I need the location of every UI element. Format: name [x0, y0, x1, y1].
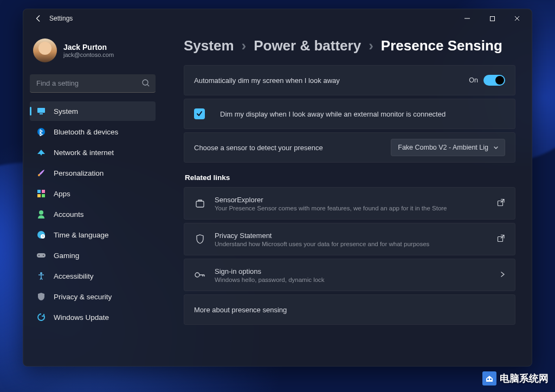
sidebar-item-personalization[interactable]: Personalization [30, 163, 156, 183]
setting-sensor: Choose a sensor to detect your presence … [184, 132, 515, 163]
setting-dim-external[interactable]: Dim my display when I look away while an… [184, 99, 515, 129]
svg-point-18 [40, 272, 42, 274]
titlebar: Settings [23, 9, 532, 28]
autodim-toggle[interactable] [483, 75, 505, 86]
svg-rect-24 [490, 378, 492, 380]
sensor-selected-value: Fake Combo V2 - Ambient Lig [398, 144, 488, 151]
sidebar-item-label: Privacy & security [54, 293, 112, 301]
svg-rect-9 [42, 190, 45, 193]
sidebar-item-gaming[interactable]: Gaming [30, 246, 156, 265]
sidebar-item-label: Windows Update [54, 313, 109, 322]
sidebar-item-privacy[interactable]: Privacy & security [30, 287, 156, 306]
breadcrumb-power[interactable]: Power & battery [254, 37, 361, 54]
wifi-icon [36, 147, 46, 157]
shield-outline-icon [194, 234, 206, 244]
sidebar-item-label: Bluetooth & devices [54, 128, 118, 136]
related-link[interactable]: SensorExplorerYour Presence Sensor comes… [184, 187, 515, 220]
profile-name: Jack Purton [63, 43, 114, 52]
toggle-state-text: On [469, 76, 478, 84]
dim-external-checkbox[interactable] [194, 108, 205, 119]
sidebar-item-apps[interactable]: Apps [30, 184, 156, 203]
accessibility-icon [36, 271, 46, 281]
sidebar-item-label: Apps [54, 190, 70, 198]
bluetooth-icon [36, 127, 46, 137]
setting-autodim[interactable]: Automatically dim my screen when I look … [184, 65, 515, 95]
sidebar-item-label: Accessibility [54, 272, 94, 280]
search-input[interactable] [30, 74, 156, 93]
sidebar: Jack Purton jack@contoso.com SystemBluet… [23, 28, 162, 366]
sidebar-item-network[interactable]: Network & internet [30, 143, 156, 162]
related-link-subtitle: Understand how Microsoft uses your data … [215, 241, 488, 247]
svg-rect-11 [42, 194, 45, 197]
sidebar-item-label: Time & language [54, 231, 109, 239]
sidebar-item-label: System [54, 107, 78, 115]
house-icon [482, 371, 496, 385]
related-link-title: More about presence sensing [194, 306, 505, 314]
person-icon [36, 209, 46, 219]
update-icon [36, 312, 46, 322]
svg-rect-1 [490, 16, 494, 21]
sidebar-item-time-language[interactable]: Time & language [30, 225, 156, 245]
svg-rect-4 [37, 108, 45, 113]
profile-card[interactable]: Jack Purton jack@contoso.com [30, 32, 156, 71]
svg-rect-15 [37, 253, 46, 258]
sidebar-item-bluetooth[interactable]: Bluetooth & devices [30, 122, 156, 142]
chevron-down-icon [493, 144, 499, 153]
sidebar-item-accessibility[interactable]: Accessibility [30, 266, 156, 286]
svg-point-22 [195, 273, 199, 277]
key-icon [194, 271, 206, 279]
globe-clock-icon [36, 230, 46, 240]
related-link-title: Privacy Statement [215, 232, 488, 240]
svg-point-16 [38, 255, 40, 256]
close-button[interactable] [505, 9, 530, 28]
breadcrumb-system[interactable]: System [184, 37, 234, 54]
search-container [30, 74, 156, 93]
gamepad-icon [36, 250, 46, 260]
open-external-icon [497, 234, 505, 244]
sensor-select[interactable]: Fake Combo V2 - Ambient Lig [391, 139, 505, 156]
back-button[interactable] [31, 11, 46, 26]
svg-point-17 [43, 255, 44, 256]
minimize-button[interactable] [455, 9, 480, 28]
sidebar-item-label: Gaming [54, 252, 79, 260]
breadcrumb-current: Presence Sensing [381, 37, 502, 54]
profile-email: jack@contoso.com [63, 52, 114, 58]
sidebar-item-label: Network & internet [54, 149, 114, 157]
avatar [33, 38, 57, 62]
store-icon [194, 198, 206, 208]
related-link-title: Sign-in options [215, 267, 491, 275]
related-links-list: SensorExplorerYour Presence Sensor comes… [184, 187, 515, 325]
svg-point-2 [143, 80, 148, 85]
setting-label: Automatically dim my screen when I look … [194, 76, 340, 85]
svg-rect-8 [37, 190, 41, 193]
svg-point-12 [39, 210, 43, 215]
sidebar-item-windows-update[interactable]: Windows Update [30, 307, 156, 327]
sidebar-item-accounts[interactable]: Accounts [30, 204, 156, 224]
related-link-subtitle: Windows hello, password, dynamic lock [215, 277, 491, 283]
settings-window: Settings Jack Purton jack@contoso.com [23, 9, 532, 367]
monitor-icon [36, 106, 46, 116]
related-link-subtitle: Your Presence Sensor comes with more fea… [215, 205, 488, 211]
paintbrush-icon [36, 168, 46, 178]
related-link[interactable]: Sign-in optionsWindows hello, password, … [184, 259, 515, 291]
related-link[interactable]: Privacy StatementUnderstand how Microsof… [184, 223, 515, 255]
sidebar-item-label: Personalization [54, 169, 104, 177]
chevron-right-icon: › [242, 37, 247, 54]
sidebar-item-system[interactable]: System [30, 101, 156, 121]
svg-rect-10 [37, 194, 41, 197]
setting-label: Choose a sensor to detect your presence [194, 144, 323, 152]
main-content: System › Power & battery › Presence Sens… [162, 28, 532, 366]
breadcrumb: System › Power & battery › Presence Sens… [184, 37, 515, 54]
maximize-button[interactable] [480, 9, 505, 28]
shield-icon [36, 292, 46, 301]
svg-line-3 [147, 85, 149, 86]
related-link[interactable]: More about presence sensing [184, 294, 515, 325]
apps-grid-icon [36, 189, 46, 198]
app-title: Settings [49, 15, 73, 22]
open-external-icon [497, 198, 505, 208]
chevron-right-icon: › [369, 37, 373, 54]
svg-point-7 [38, 174, 40, 176]
svg-rect-5 [40, 113, 43, 114]
related-links-heading: Related links [185, 173, 515, 182]
chevron-right-icon [500, 271, 505, 280]
